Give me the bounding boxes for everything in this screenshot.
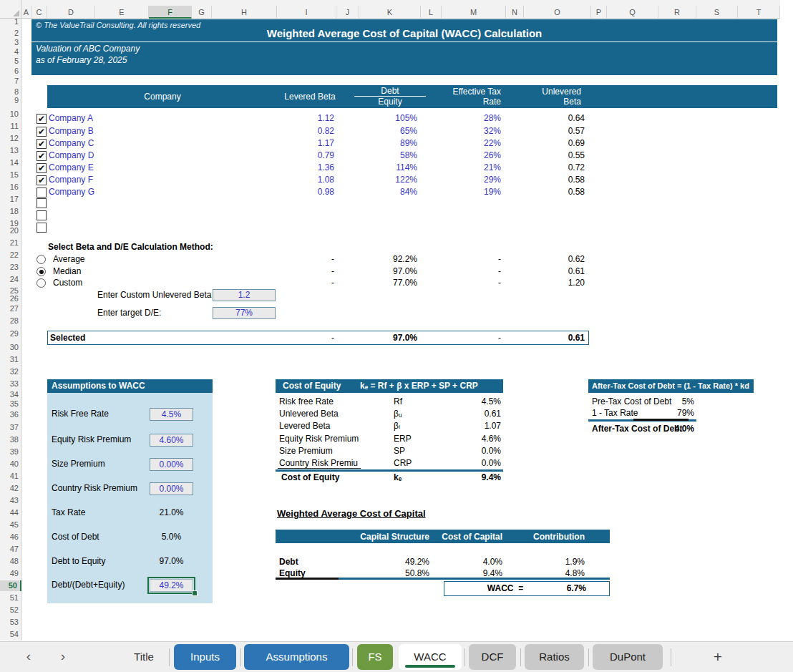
- row-header-17[interactable]: 17: [0, 194, 21, 205]
- row-header-38[interactable]: 38: [0, 434, 21, 445]
- company-checkbox-3[interactable]: ✔: [37, 139, 47, 149]
- row-header-42[interactable]: 42: [0, 483, 21, 494]
- column-header-d[interactable]: D: [47, 6, 95, 19]
- row-header-49[interactable]: 49: [0, 568, 21, 579]
- selected-cell-border[interactable]: [147, 577, 195, 594]
- company-checkbox-5[interactable]: ✔: [37, 163, 47, 173]
- column-header-e[interactable]: E: [95, 6, 149, 19]
- row-header-28[interactable]: 28: [0, 316, 21, 326]
- row-header-9[interactable]: 9: [0, 95, 21, 106]
- row-header-10[interactable]: 10: [0, 109, 21, 120]
- row-header-27[interactable]: 27: [0, 303, 21, 314]
- row-header-16[interactable]: 16: [0, 182, 21, 193]
- method-radio-custom[interactable]: [37, 278, 46, 288]
- target-de-input[interactable]: 77%: [213, 307, 276, 319]
- subtitle-date: as of February 28, 2025: [36, 55, 127, 65]
- assumption-input[interactable]: 0.00%: [150, 482, 193, 495]
- company-checkbox-4[interactable]: ✔: [37, 151, 47, 161]
- row-header-29[interactable]: 29: [0, 328, 21, 339]
- method-radio-median[interactable]: [37, 267, 46, 276]
- row-header-15[interactable]: 15: [0, 170, 21, 180]
- custom-beta-input[interactable]: 1.2: [213, 289, 276, 301]
- row-header-47[interactable]: 47: [0, 544, 21, 555]
- sheet-tab-ratios[interactable]: Ratios: [525, 644, 584, 670]
- row-header-1[interactable]: 1: [0, 16, 21, 27]
- row-header-53[interactable]: 53: [0, 617, 21, 628]
- company-checkbox-7[interactable]: [37, 188, 47, 198]
- column-header-m[interactable]: M: [442, 6, 506, 19]
- column-header-f[interactable]: F: [149, 6, 192, 19]
- column-header-n[interactable]: N: [506, 6, 524, 19]
- column-header-l[interactable]: L: [421, 6, 442, 19]
- row-header-45[interactable]: 45: [0, 520, 21, 530]
- row-header-30[interactable]: 30: [0, 342, 21, 353]
- row-header-41[interactable]: 41: [0, 471, 21, 482]
- row-header-21[interactable]: 21: [0, 238, 21, 248]
- company-checkbox-2[interactable]: ✔: [37, 127, 47, 137]
- row-header-37[interactable]: 37: [0, 422, 21, 433]
- sheet-tab-inputs[interactable]: Inputs: [174, 644, 236, 670]
- column-header-k[interactable]: K: [359, 6, 421, 19]
- column-header-r[interactable]: R: [658, 6, 696, 19]
- row-header-11[interactable]: 11: [0, 121, 21, 132]
- row-header-35[interactable]: 35: [0, 399, 21, 409]
- sheet-tab-fs[interactable]: FS: [357, 644, 393, 670]
- row-header-40[interactable]: 40: [0, 459, 21, 469]
- column-header-t[interactable]: T: [738, 6, 780, 19]
- row-header-32[interactable]: 32: [0, 366, 21, 377]
- empty-checkbox-2[interactable]: [37, 210, 47, 220]
- row-header-44[interactable]: 44: [0, 507, 21, 518]
- company-checkbox-1[interactable]: ✔: [37, 114, 47, 124]
- column-header-c[interactable]: C: [31, 6, 47, 19]
- row-header-31[interactable]: 31: [0, 354, 21, 365]
- row-header-6[interactable]: 6: [0, 66, 21, 77]
- row-header-46[interactable]: 46: [0, 532, 21, 542]
- row-header-51[interactable]: 51: [0, 593, 21, 603]
- column-header-p[interactable]: P: [591, 6, 607, 19]
- row-header-33[interactable]: 33: [0, 379, 21, 389]
- column-header-h[interactable]: H: [212, 6, 277, 19]
- row-header-5[interactable]: 5: [0, 56, 21, 67]
- column-header-a[interactable]: A: [21, 6, 31, 19]
- row-header-20[interactable]: 20: [0, 225, 21, 236]
- row-header-13[interactable]: 13: [0, 145, 21, 156]
- column-header-i[interactable]: I: [277, 6, 336, 19]
- empty-checkbox-3[interactable]: [37, 223, 47, 233]
- row-header-43[interactable]: 43: [0, 495, 21, 506]
- row-header-23[interactable]: 23: [0, 262, 21, 273]
- row-header-22[interactable]: 22: [0, 250, 21, 260]
- row-header-12[interactable]: 12: [0, 133, 21, 144]
- sheet-tab-assumptions[interactable]: Assumptions: [244, 644, 349, 670]
- method-radio-average[interactable]: [37, 255, 46, 264]
- assumption-input[interactable]: 0.00%: [150, 458, 193, 471]
- sheet-tab-wacc[interactable]: WACC: [399, 644, 462, 670]
- sheet-tab-dupont[interactable]: DuPont: [593, 644, 663, 670]
- column-header-g[interactable]: G: [192, 6, 212, 19]
- row-header-36[interactable]: 36: [0, 409, 21, 420]
- row-header-26[interactable]: 26: [0, 293, 21, 304]
- row-header-54[interactable]: 54: [0, 629, 21, 640]
- column-header-o[interactable]: O: [524, 6, 591, 19]
- sheet-nav-next-icon[interactable]: ›: [52, 644, 74, 670]
- row-header-50[interactable]: 50: [0, 580, 21, 591]
- row-header-7[interactable]: 7: [0, 76, 21, 87]
- row-header-24[interactable]: 24: [0, 274, 21, 285]
- column-header-s[interactable]: S: [696, 6, 738, 19]
- sheet-tab-dcf[interactable]: DCF: [469, 644, 516, 670]
- row-header-52[interactable]: 52: [0, 605, 21, 615]
- empty-checkbox-1[interactable]: [37, 198, 47, 208]
- sheet-nav-prev-icon[interactable]: ‹: [17, 644, 40, 670]
- column-header-q[interactable]: Q: [607, 6, 658, 19]
- sheet-tab-title[interactable]: Title: [119, 644, 169, 670]
- row-header-18[interactable]: 18: [0, 206, 21, 217]
- assumption-input[interactable]: 4.60%: [150, 434, 193, 447]
- row-header-48[interactable]: 48: [0, 556, 21, 567]
- wacc-divider-black: [276, 578, 339, 580]
- column-header-j[interactable]: J: [336, 6, 359, 19]
- assumption-input[interactable]: 4.5%: [150, 408, 193, 421]
- company-checkbox-6[interactable]: ✔: [37, 175, 47, 185]
- add-sheet-button[interactable]: +: [705, 644, 731, 670]
- row-header-39[interactable]: 39: [0, 447, 21, 457]
- levered-beta-column-header: Levered Beta: [267, 92, 353, 102]
- row-header-14[interactable]: 14: [0, 157, 21, 168]
